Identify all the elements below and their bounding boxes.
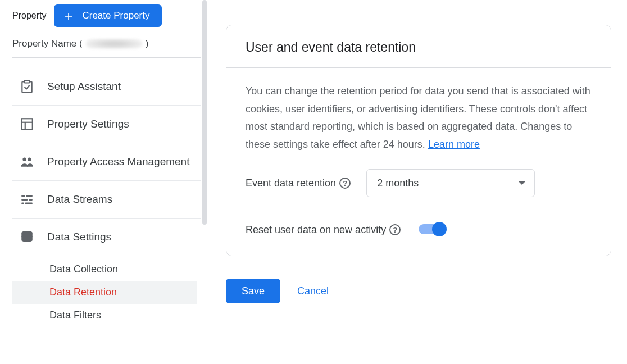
create-property-button[interactable]: ＋ Create Property xyxy=(54,4,162,27)
nav-item-property-access-management[interactable]: Property Access Management xyxy=(12,143,201,181)
save-button[interactable]: Save xyxy=(226,279,280,303)
action-row: Save Cancel xyxy=(226,279,611,303)
subnav-label: Data Retention xyxy=(49,286,117,298)
svg-point-6 xyxy=(28,157,31,161)
svg-point-5 xyxy=(22,157,26,161)
sidebar-header: Property ＋ Create Property xyxy=(12,4,201,27)
nav-label: Setup Assistant xyxy=(47,80,201,94)
card-description: You can change the retention period for … xyxy=(246,83,592,153)
svg-rect-1 xyxy=(25,80,30,83)
event-retention-select[interactable]: 2 months xyxy=(366,169,535,197)
svg-rect-9 xyxy=(21,199,28,201)
group-icon xyxy=(19,154,35,169)
subnav-data-collection[interactable]: Data Collection xyxy=(49,258,201,281)
svg-rect-7 xyxy=(21,195,25,197)
streams-icon xyxy=(19,192,35,207)
layout-icon xyxy=(19,117,35,131)
event-retention-row: Event data retention ? 2 months xyxy=(246,169,592,197)
nav-label: Data Streams xyxy=(47,193,201,207)
clipboard-check-icon xyxy=(19,79,35,94)
card-title: User and event data retention xyxy=(226,25,611,68)
property-name-label: Property Name ( xyxy=(12,38,83,49)
property-id-blurred xyxy=(86,39,142,49)
scrollbar-thumb[interactable] xyxy=(202,0,207,225)
nav-item-property-settings[interactable]: Property Settings xyxy=(12,106,201,143)
reset-activity-toggle[interactable] xyxy=(419,222,447,238)
create-property-label: Create Property xyxy=(82,10,149,21)
cancel-button[interactable]: Cancel xyxy=(297,279,329,303)
database-icon xyxy=(19,230,35,244)
help-icon[interactable]: ? xyxy=(389,224,401,235)
data-settings-subnav: Data Collection Data Retention Data Filt… xyxy=(12,258,201,327)
event-retention-value: 2 months xyxy=(377,178,419,189)
help-icon[interactable]: ? xyxy=(339,178,351,189)
nav-label: Property Settings xyxy=(47,117,201,131)
svg-rect-8 xyxy=(26,195,33,197)
learn-more-link[interactable]: Learn more xyxy=(428,139,480,150)
property-name-row: Property Name ( ) xyxy=(12,38,201,58)
nav-label: Data Settings xyxy=(47,230,201,244)
reset-activity-label: Reset user data on new activity ? xyxy=(246,224,401,236)
subnav-label: Data Collection xyxy=(49,263,118,275)
description-text: You can change the retention period for … xyxy=(246,85,590,150)
main-content: User and event data retention You can ch… xyxy=(201,0,627,364)
svg-rect-2 xyxy=(21,119,33,130)
reset-activity-label-text: Reset user data on new activity xyxy=(246,224,386,236)
subnav-data-filters[interactable]: Data Filters xyxy=(49,304,201,327)
sidebar-nav: Setup Assistant Property Settings xyxy=(12,68,201,256)
sidebar: Property ＋ Create Property Property Name… xyxy=(0,0,201,364)
plus-icon: ＋ xyxy=(62,9,75,22)
nav-label: Property Access Management xyxy=(47,155,201,169)
nav-item-data-streams[interactable]: Data Streams xyxy=(12,181,201,219)
subnav-label: Data Filters xyxy=(49,310,101,321)
nav-item-data-settings[interactable]: Data Settings xyxy=(12,219,201,256)
event-retention-label-text: Event data retention xyxy=(246,178,336,189)
nav-item-setup-assistant[interactable]: Setup Assistant xyxy=(12,68,201,106)
reset-activity-row: Reset user data on new activity ? xyxy=(246,222,592,238)
svg-rect-11 xyxy=(21,202,24,204)
card-body: You can change the retention period for … xyxy=(226,68,611,256)
svg-rect-12 xyxy=(25,202,33,204)
toggle-knob xyxy=(432,222,447,236)
subnav-data-retention[interactable]: Data Retention xyxy=(12,281,197,304)
event-retention-label: Event data retention ? xyxy=(246,178,351,189)
property-name-suffix: ) xyxy=(146,38,149,49)
sidebar-section-title: Property xyxy=(12,11,46,21)
retention-card: User and event data retention You can ch… xyxy=(226,25,611,256)
chevron-down-icon xyxy=(519,181,525,185)
svg-rect-10 xyxy=(29,199,33,201)
